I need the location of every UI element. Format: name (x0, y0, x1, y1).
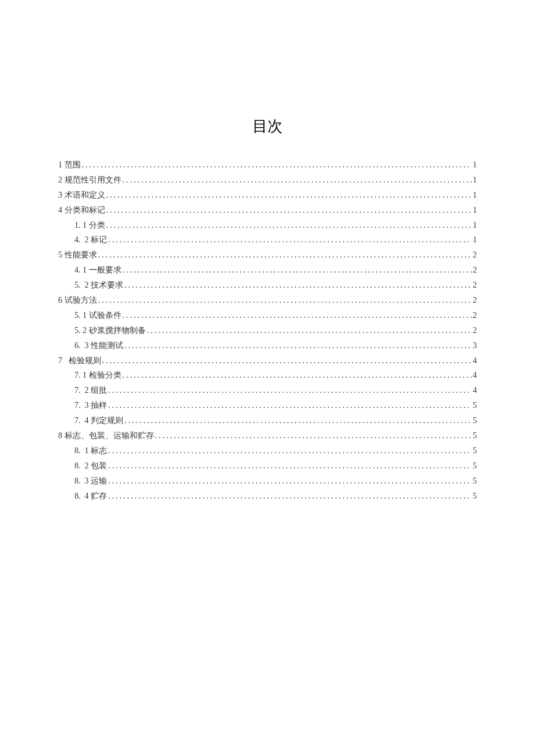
toc-entry-page: 1 (473, 188, 477, 203)
toc-entry-page: 5 (473, 474, 477, 489)
toc-entry: 8 标志、包装、运输和贮存 5 (58, 428, 477, 443)
toc-leader-dots (124, 338, 472, 353)
toc-entry-page: 5 (473, 413, 477, 428)
toc-leader-dots (123, 368, 472, 383)
document-page: 目次 1 范围 12 规范性引用文件 13 术语和定义 14 分类和标记 11.… (0, 0, 535, 503)
toc-entry: 4. 1 一般要求 2 (58, 263, 477, 278)
toc-leader-dots (124, 413, 472, 428)
toc-entry: 5. 2 技术要求 2 (58, 278, 477, 293)
toc-entry-label: 1 范围 (58, 157, 81, 173)
toc-entry-page: 2 (473, 263, 477, 278)
toc-entry-label: 4. 1 一般要求 (74, 263, 122, 278)
toc-entry-page: 5 (473, 458, 477, 474)
toc-leader-dots (102, 353, 472, 368)
toc-entry-page: 4 (473, 368, 477, 383)
toc-entry: 8. 3 运输 5 (58, 474, 477, 489)
toc-leader-dots (98, 293, 472, 308)
toc-entry-page: 3 (473, 338, 477, 353)
toc-entry: 6 试验方法 2 (58, 293, 477, 308)
toc-leader-dots (82, 157, 472, 173)
toc-title: 目次 (58, 116, 477, 137)
toc-entry-label: 3 术语和定义 (58, 188, 105, 203)
toc-entry: 8. 1 标志 5 (58, 443, 477, 458)
toc-entry-label: 6. 3 性能测试 (74, 338, 123, 353)
toc-leader-dots (108, 489, 472, 504)
toc-leader-dots (108, 398, 472, 413)
toc-entry: 2 规范性引用文件 1 (58, 173, 477, 188)
toc-entry-page: 2 (473, 308, 477, 323)
toc-entry-page: 5 (473, 443, 477, 458)
toc-entry: 3 术语和定义 1 (58, 188, 477, 203)
toc-leader-dots (124, 278, 472, 293)
toc-entry-page: 5 (473, 398, 477, 413)
toc-leader-dots (123, 173, 472, 188)
toc-leader-dots (108, 443, 472, 458)
toc-entry-label: 5. 2 技术要求 (74, 278, 123, 293)
toc-entry-label: 8. 3 运输 (74, 474, 107, 489)
toc-entry-label: 7. 4 判定规则 (74, 413, 123, 428)
toc-entry-page: 1 (473, 232, 477, 248)
toc-entry: 8. 4 贮存 5 (58, 489, 477, 504)
toc-leader-dots (123, 308, 472, 323)
toc-entry-label: 6 试验方法 (58, 293, 97, 308)
table-of-contents: 1 范围 12 规范性引用文件 13 术语和定义 14 分类和标记 11. 1 … (58, 157, 477, 503)
toc-entry-page: 2 (473, 248, 477, 263)
toc-entry: 4 分类和标记 1 (58, 203, 477, 218)
toc-entry-label: 5. 2 砂浆搅拌物制备 (74, 323, 146, 338)
toc-entry-page: 2 (473, 293, 477, 308)
toc-entry: 4. 2 标记 1 (58, 232, 477, 248)
toc-entry: 8. 2 包装 5 (58, 458, 477, 474)
toc-entry: 5. 1 试验条件 2 (58, 308, 477, 323)
toc-entry-page: 1 (473, 203, 477, 218)
toc-entry: 7. 1 检验分类 4 (58, 368, 477, 383)
toc-entry-label: 8. 1 标志 (74, 443, 107, 458)
toc-leader-dots (108, 383, 472, 398)
toc-entry: 7. 3 抽样 5 (58, 398, 477, 413)
toc-entry-label: 7 检验规则 (58, 353, 101, 368)
toc-entry-page: 5 (473, 489, 477, 504)
toc-entry-label: 7. 2 组批 (74, 383, 107, 398)
toc-entry: 5 性能要求 2 (58, 248, 477, 263)
toc-leader-dots (106, 188, 472, 203)
toc-leader-dots (108, 474, 472, 489)
toc-entry-label: 1. 1 分类 (74, 218, 105, 233)
toc-entry-page: 1 (473, 218, 477, 233)
toc-leader-dots (108, 458, 472, 474)
toc-leader-dots (106, 218, 472, 233)
toc-entry: 1 范围 1 (58, 157, 477, 173)
toc-entry-label: 4 分类和标记 (58, 203, 105, 218)
toc-entry: 1. 1 分类 1 (58, 218, 477, 233)
toc-entry-page: 4 (473, 383, 477, 398)
toc-entry-label: 2 规范性引用文件 (58, 173, 122, 188)
toc-entry-label: 8. 2 包装 (74, 458, 107, 474)
toc-entry: 7. 4 判定规则 5 (58, 413, 477, 428)
toc-entry-label: 8 标志、包装、运输和贮存 (58, 428, 154, 443)
toc-entry-label: 7. 3 抽样 (74, 398, 107, 413)
toc-entry-page: 5 (473, 428, 477, 443)
toc-entry: 7. 2 组批 4 (58, 383, 477, 398)
toc-leader-dots (108, 232, 472, 248)
toc-leader-dots (147, 323, 472, 338)
toc-entry-label: 5 性能要求 (58, 248, 97, 263)
toc-leader-dots (98, 248, 472, 263)
toc-entry-page: 1 (473, 173, 477, 188)
toc-leader-dots (106, 203, 472, 218)
toc-entry-label: 4. 2 标记 (74, 232, 107, 248)
toc-entry: 7 检验规则 4 (58, 353, 477, 368)
toc-entry-page: 1 (473, 157, 477, 173)
toc-entry: 6. 3 性能测试 3 (58, 338, 477, 353)
toc-entry: 5. 2 砂浆搅拌物制备 2 (58, 323, 477, 338)
toc-leader-dots (155, 428, 472, 443)
toc-leader-dots (123, 263, 472, 278)
toc-entry-page: 2 (473, 323, 477, 338)
toc-entry-label: 8. 4 贮存 (74, 489, 107, 504)
toc-entry-label: 7. 1 检验分类 (74, 368, 122, 383)
toc-entry-label: 5. 1 试验条件 (74, 308, 122, 323)
toc-entry-page: 2 (473, 278, 477, 293)
toc-entry-page: 4 (473, 353, 477, 368)
